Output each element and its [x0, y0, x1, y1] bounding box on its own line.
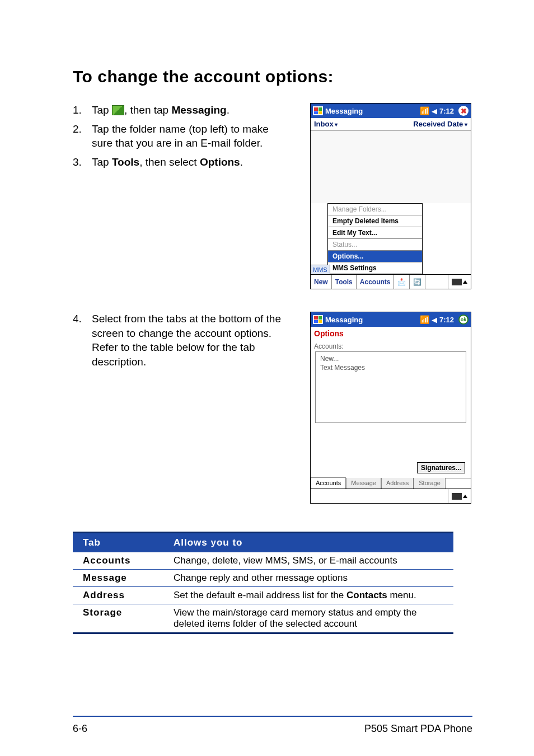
folder-dropdown[interactable]: Inbox [314, 120, 338, 128]
tab-description-table: Tab Allows you to Accounts Change, delet… [73, 532, 453, 634]
step-1: 1. Tap , then tap Messaging. [73, 103, 291, 118]
bottom-bar: New Tools Accounts 📩 🔄 [311, 274, 471, 289]
step-2: 2. Tap the folder name (top left) to mak… [73, 122, 291, 151]
options-tabs: Accounts Message Address Storage [311, 478, 471, 489]
th-desc: Allows you to [174, 533, 453, 552]
page-footer: 6-6 P505 Smart PDA Phone [73, 723, 472, 735]
titlebar: Messaging 📶 ◀ 7:12 ✖ [311, 104, 471, 118]
step-number: 3. [73, 155, 92, 170]
table-row: Storage View the main/storage card memor… [73, 604, 453, 632]
td-tab: Address [73, 587, 174, 604]
footer-rule [73, 716, 472, 717]
screenshots-column-2: Messaging 📶 ◀ 7:12 ok Options Accounts: … [310, 312, 472, 520]
titlebar: Messaging 📶 ◀ 7:12 ok [311, 312, 471, 327]
step-text: Tap [92, 156, 112, 168]
signal-icon: 📶 [420, 315, 429, 324]
contacts-bold: Contacts [346, 590, 387, 600]
ok-icon[interactable]: ok [458, 314, 469, 325]
tools-menu: Manage Folders... Empty Deleted Items Ed… [327, 203, 423, 274]
table-row: Address Set the default e-mail address l… [73, 587, 453, 604]
menu-options[interactable]: Options... [328, 250, 422, 262]
app-title: Messaging [325, 107, 420, 115]
clock-text: 7:12 [439, 107, 454, 115]
message-list-area [311, 130, 471, 203]
menu-edit-my-text[interactable]: Edit My Text... [328, 227, 422, 238]
bb-icon-2[interactable]: 🔄 [410, 275, 425, 289]
page-number: 6-6 [73, 723, 87, 735]
options-label: Options [200, 156, 240, 168]
windows-flag-icon[interactable] [313, 315, 323, 324]
step-4: 4. Select from the tabs at the bottom of… [73, 312, 291, 369]
screenshot-options: Messaging 📶 ◀ 7:12 ok Options Accounts: … [310, 312, 471, 504]
page-heading: To change the account options: [73, 67, 472, 86]
product-name: P505 Smart PDA Phone [364, 723, 472, 735]
step-text: . [227, 104, 229, 116]
td-tab: Message [73, 570, 174, 586]
windows-flag-icon[interactable] [313, 106, 323, 115]
screenshots-column: Messaging 📶 ◀ 7:12 ✖ Inbox Received Date… [310, 103, 472, 306]
screenshot-messaging-tools: Messaging 📶 ◀ 7:12 ✖ Inbox Received Date… [310, 103, 471, 289]
td-desc: Change reply and other message options [174, 570, 453, 586]
tab-storage[interactable]: Storage [414, 478, 446, 489]
chevron-up-icon [463, 495, 467, 498]
step-number: 2. [73, 122, 92, 151]
tab-message[interactable]: Message [346, 478, 381, 489]
options-header: Options [311, 327, 471, 342]
sort-dropdown[interactable]: Received Date [413, 120, 467, 128]
td-desc: Set the default e-mail address list for … [174, 587, 453, 604]
td-desc: View the main/storage card memory status… [174, 604, 453, 632]
accounts-listbox[interactable]: New... Text Messages [315, 351, 466, 423]
close-icon[interactable]: ✖ [458, 106, 469, 116]
step-number: 1. [73, 103, 92, 118]
start-icon [112, 105, 124, 115]
mms-tab[interactable]: MMS [311, 265, 330, 274]
speaker-icon: ◀ [432, 316, 437, 324]
keyboard-toggle[interactable] [448, 275, 471, 289]
chevron-up-icon [463, 280, 467, 284]
menu-empty-deleted[interactable]: Empty Deleted Items [328, 215, 422, 227]
menu-status[interactable]: Status... [328, 238, 422, 250]
td-tab: Accounts [73, 552, 174, 569]
app-title: Messaging [325, 316, 420, 324]
th-tab: Tab [73, 533, 174, 552]
menu-manage-folders[interactable]: Manage Folders... [328, 204, 422, 215]
keyboard-icon [452, 279, 462, 285]
menu-mms-settings[interactable]: MMS Settings [328, 262, 422, 274]
bb-icon-1[interactable]: 📩 [394, 275, 410, 289]
account-item-text[interactable]: Text Messages [320, 363, 461, 372]
step-text: . [240, 156, 243, 168]
instruction-list-2: 4. Select from the tabs at the bottom of… [73, 312, 291, 520]
bb-new[interactable]: New [311, 275, 332, 289]
td-desc: Change, delete, view MMS, SMS, or E-mail… [174, 552, 453, 569]
table-header: Tab Allows you to [73, 533, 453, 552]
top-section: 1. Tap , then tap Messaging. 2. Tap the … [73, 103, 472, 306]
table-row: Message Change reply and other message o… [73, 570, 453, 587]
instruction-list: 1. Tap , then tap Messaging. 2. Tap the … [73, 103, 291, 306]
tools-label: Tools [112, 156, 139, 168]
step-text: Tap the folder name (top left) to make s… [92, 122, 291, 151]
td-tab: Storage [73, 604, 174, 632]
step-text: , then tap [124, 104, 172, 116]
step-3: 3. Tap Tools, then select Options. [73, 155, 291, 170]
step-text: Select from the tabs at the bottom of th… [92, 312, 291, 369]
tab-address[interactable]: Address [381, 478, 414, 489]
speaker-icon: ◀ [432, 107, 437, 115]
account-item-new[interactable]: New... [320, 354, 461, 363]
bb-tools[interactable]: Tools [332, 275, 357, 289]
signatures-button[interactable]: Signatures... [417, 462, 465, 473]
tab-accounts[interactable]: Accounts [311, 477, 346, 489]
step-text: Tap [92, 104, 112, 116]
bb-accounts[interactable]: Accounts [357, 275, 395, 289]
table-row: Accounts Change, delete, view MMS, SMS, … [73, 552, 453, 570]
step-number: 4. [73, 312, 92, 369]
signal-icon: 📶 [420, 106, 429, 115]
clock-text: 7:12 [439, 316, 454, 324]
folder-bar: Inbox Received Date [311, 118, 471, 130]
accounts-label: Accounts: [311, 342, 471, 351]
mid-section: 4. Select from the tabs at the bottom of… [73, 312, 472, 520]
messaging-label: Messaging [171, 104, 226, 116]
keyboard-toggle[interactable] [448, 489, 471, 503]
bottom-bar [311, 489, 471, 503]
step-text: , then select [139, 156, 200, 168]
keyboard-icon [452, 493, 462, 500]
